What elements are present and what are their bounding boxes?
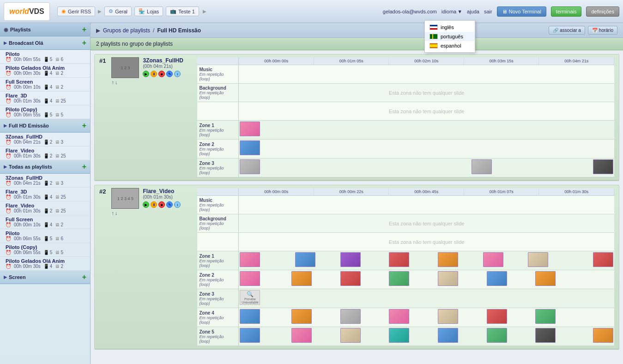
- tl2-z2-s4[interactable]: [389, 271, 409, 286]
- tl2-z1-s1[interactable]: [240, 252, 260, 267]
- playlist-item-name[interactable]: Piloto Gelados Olá Anim: [6, 65, 86, 71]
- tl2-z4-s6[interactable]: [487, 309, 507, 324]
- idioma-link[interactable]: idioma ▼: [442, 9, 462, 14]
- breadcrumb-groups-link[interactable]: Grupos de playlists: [103, 27, 150, 34]
- tl2-z1-s6[interactable]: [483, 252, 503, 267]
- tl1-z3-slide1[interactable]: [240, 159, 260, 174]
- tl2-z4-s3[interactable]: [340, 309, 361, 324]
- tl2-z1-s2[interactable]: [295, 252, 315, 267]
- idioma-espanhol[interactable]: espanhol: [425, 41, 475, 50]
- associar-button[interactable]: 🔗 associar a: [549, 26, 585, 35]
- tl2-z5-s8[interactable]: [593, 328, 613, 343]
- arrow-up2-icon[interactable]: ↑: [111, 210, 114, 216]
- playlist-2-title[interactable]: Flare_Video: [143, 188, 194, 194]
- playlist-item-name[interactable]: Piloto: [6, 231, 86, 236]
- playlist-item-name[interactable]: Full Screen: [6, 217, 86, 222]
- playlist-item-name[interactable]: Flare_Video: [6, 148, 86, 153]
- tl2-z5-s7[interactable]: [535, 328, 556, 343]
- tl2-z4-s2[interactable]: [291, 309, 312, 324]
- idioma-ingles[interactable]: inglês: [425, 23, 475, 32]
- tl2-z2-s1[interactable]: [240, 271, 260, 286]
- tl2-z2-s3[interactable]: [340, 271, 361, 286]
- playlist-item-name[interactable]: Flare_3D: [6, 189, 86, 194]
- ctrl2-stop-button[interactable]: ■: [158, 201, 165, 208]
- todas-header[interactable]: ▶ Todas as playlists +: [0, 160, 90, 174]
- arrow-down-icon[interactable]: ↓: [115, 79, 118, 85]
- tl2-z2-s6[interactable]: [487, 271, 507, 286]
- tl1-z2-slide1[interactable]: [240, 140, 260, 155]
- playlist-1-arrows: ↑ ↓: [111, 79, 139, 85]
- full-hd-header[interactable]: ▶ Full HD Emissão +: [0, 119, 90, 133]
- screen-header[interactable]: ▶ Screen +: [0, 271, 90, 284]
- broadcast-add-button[interactable]: +: [82, 39, 86, 47]
- tl1-z1-slide1[interactable]: [240, 121, 260, 136]
- link-icon: 🔗: [553, 28, 558, 33]
- sair-link[interactable]: sair: [484, 9, 492, 14]
- ctrl-play-button[interactable]: ▶: [143, 71, 149, 77]
- tl2-z2-s5[interactable]: [438, 271, 458, 286]
- full-hd-add-button[interactable]: +: [82, 121, 86, 130]
- flag-en: [429, 24, 438, 30]
- tl2-z4-s1[interactable]: [240, 309, 260, 324]
- tl2-z5-s3[interactable]: [340, 328, 361, 343]
- tl2-z5-s6[interactable]: [487, 328, 507, 343]
- tl2-z5-s5[interactable]: [438, 328, 458, 343]
- nav-tab-teste1[interactable]: 📺 Teste 1: [166, 6, 199, 16]
- tl1-z3-slide2[interactable]: [472, 159, 492, 174]
- definicoes-button[interactable]: definições: [586, 6, 619, 17]
- tl2-z1-s4[interactable]: [389, 252, 409, 267]
- ctrl-pause-button[interactable]: ⏸: [151, 71, 157, 77]
- user-email[interactable]: gelados-ola@wvds.com: [383, 9, 437, 14]
- tl2-z1-s3[interactable]: [340, 252, 361, 267]
- idioma-portugues[interactable]: português: [425, 32, 475, 41]
- ctrl-info-button[interactable]: i: [174, 71, 181, 77]
- ctrl2-play-button[interactable]: ▶: [143, 201, 149, 208]
- displays-count: 3: [60, 140, 63, 145]
- playlist-1-title[interactable]: 3Zonas_FullHD: [143, 57, 194, 64]
- tl2-z5-s1[interactable]: [240, 328, 260, 343]
- playlist-item-name[interactable]: Full Screen: [6, 79, 86, 85]
- playlist-item-name[interactable]: Piloto: [6, 51, 86, 57]
- playlist-item-name[interactable]: 3Zonas_FullHD: [6, 134, 86, 140]
- tl2-z5-s4[interactable]: [389, 328, 409, 343]
- ctrl-edit-button[interactable]: ✎: [166, 71, 173, 77]
- tl1-z3-slide3[interactable]: [593, 159, 613, 174]
- ajuda-link[interactable]: ajuda: [467, 9, 479, 14]
- tl2-z4-s4[interactable]: [389, 309, 409, 324]
- playlist-item-name[interactable]: Piloto (Copy): [6, 107, 86, 112]
- playlists-add-button[interactable]: +: [82, 25, 86, 34]
- tl2-z4-s7[interactable]: [535, 309, 556, 324]
- nav-tab-geral[interactable]: ⚙ Geral: [104, 6, 132, 16]
- playlist-item-name[interactable]: Piloto (Copy): [6, 244, 86, 250]
- playlist-2-duration: (00h 01m 30s): [143, 194, 194, 200]
- playlist-item-name[interactable]: Flare_Video: [6, 203, 86, 208]
- tl2-z1-s8[interactable]: [593, 252, 613, 267]
- broadcast-ola-header[interactable]: ▶ Broadcast Olá +: [0, 36, 90, 50]
- todas-add-button[interactable]: +: [82, 163, 86, 171]
- tl2-z5-s2[interactable]: [291, 328, 312, 343]
- terminais-button[interactable]: terminais: [551, 6, 582, 17]
- nav-tab-lojas[interactable]: 🏪 Lojas: [134, 6, 163, 16]
- arrow-down2-icon[interactable]: ↓: [115, 210, 118, 216]
- playlists-header[interactable]: ◉ Playlists +: [0, 23, 90, 36]
- nav-tab-rss[interactable]: ◉ Gerir RSS: [57, 6, 95, 16]
- arrow-up-icon[interactable]: ↑: [111, 79, 114, 85]
- playlist-item-name[interactable]: 3Zonas_FullHD: [6, 175, 86, 181]
- screen-add-button[interactable]: +: [82, 273, 86, 281]
- full-hd-label: Full HD Emissão: [9, 123, 82, 128]
- ctrl-stop-button[interactable]: ■: [158, 71, 165, 77]
- display-icon: 🖥: [55, 194, 60, 200]
- ctrl2-info-button[interactable]: i: [174, 201, 181, 208]
- tl2-z1-s7[interactable]: [528, 252, 548, 267]
- novo-terminal-button[interactable]: 🖥 Novo Terminal: [497, 6, 546, 17]
- tl2-z4-s5[interactable]: [438, 309, 458, 324]
- playlist-item-name[interactable]: Flare_3D: [6, 93, 86, 98]
- tl2-z2-s2[interactable]: [291, 271, 312, 286]
- ctrl2-edit-button[interactable]: ✎: [166, 201, 173, 208]
- ctrl2-pause-button[interactable]: ⏸: [151, 201, 157, 208]
- tl2-z1-s5[interactable]: [438, 252, 458, 267]
- playlist-item-name[interactable]: Piloto Gelados Olá Anim: [6, 258, 86, 264]
- tl2-z2-s7[interactable]: [535, 271, 556, 286]
- horario-button[interactable]: 📅 horário: [588, 26, 617, 35]
- playlist-duration: 00h 00m 30s: [14, 71, 41, 76]
